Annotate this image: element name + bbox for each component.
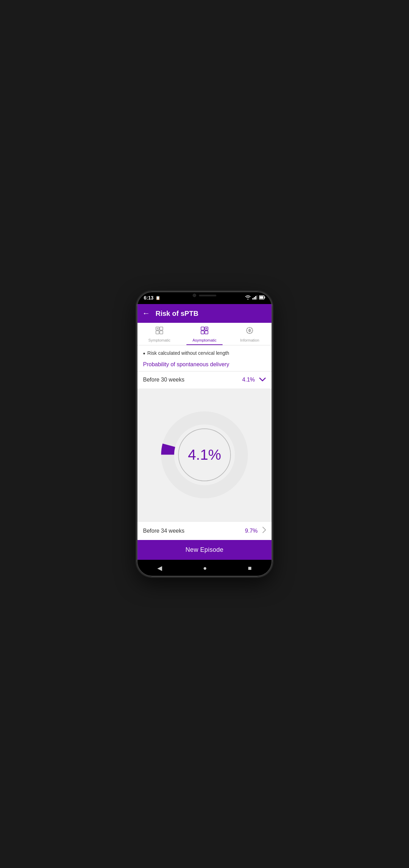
row-34-label: Before 34 weeks [143, 528, 245, 534]
new-episode-button[interactable]: New Episode [137, 540, 272, 560]
svg-rect-0 [252, 298, 253, 300]
wifi-icon [245, 295, 251, 301]
status-bar-left: 6:13 📋 [144, 295, 160, 301]
page-title: Risk of sPTB [156, 310, 198, 318]
phone-frame: 6:13 📋 [137, 292, 272, 576]
chart-area: 4.1% [137, 388, 272, 521]
tab-symptomatic-label: Symptomatic [148, 338, 170, 342]
battery-icon [259, 295, 265, 301]
camera-dot [193, 294, 196, 297]
svg-rect-10 [160, 331, 163, 334]
svg-rect-2 [255, 296, 256, 300]
row-34-chevron [262, 526, 266, 535]
probability-title: Probability of spontaneous delivery [143, 361, 266, 368]
tab-information[interactable]: Information [227, 323, 272, 345]
app-container: ← Risk of sPTB Symptomatic [137, 304, 272, 560]
bullet-item: • Risk calculated without cervical lengt… [143, 350, 266, 358]
row-before-34[interactable]: Before 34 weeks 9.7% [137, 521, 272, 540]
svg-rect-6 [260, 296, 264, 298]
nav-back-button[interactable]: ◀ [157, 564, 162, 572]
donut-percentage: 4.1% [188, 447, 221, 463]
symptomatic-icon [155, 326, 164, 337]
time-display: 6:13 [144, 295, 153, 301]
row-30-label: Before 30 weeks [143, 377, 242, 383]
nav-home-button[interactable]: ● [203, 565, 207, 572]
camera-notch [193, 294, 216, 297]
row-30-value: 4.1% [242, 377, 255, 383]
status-bar-right [245, 295, 265, 301]
donut-chart: 4.1% [161, 411, 248, 498]
bullet-text: Risk calculated without cervical length [147, 350, 229, 356]
signal-icon [252, 295, 257, 301]
nav-recent-button[interactable]: ■ [248, 565, 252, 572]
tab-symptomatic[interactable]: Symptomatic [137, 323, 182, 345]
row-30-chevron [259, 376, 266, 384]
svg-rect-13 [201, 327, 204, 330]
bullet-dot: • [143, 350, 145, 358]
sim-icon: 📋 [156, 296, 160, 300]
svg-rect-3 [257, 295, 257, 300]
tab-asymptomatic[interactable]: Asymptomatic [182, 323, 227, 345]
status-bar: 6:13 📋 [137, 292, 272, 304]
row-before-30[interactable]: Before 30 weeks 4.1% [137, 371, 272, 388]
app-header: ← Risk of sPTB [137, 304, 272, 323]
svg-rect-9 [156, 331, 159, 334]
asymptomatic-icon [200, 326, 209, 337]
svg-rect-5 [265, 296, 265, 298]
svg-rect-16 [205, 331, 208, 334]
tab-information-label: Information [240, 338, 259, 342]
tab-asymptomatic-label: Asymptomatic [192, 338, 216, 342]
svg-rect-8 [160, 327, 163, 330]
tab-bar: Symptomatic Asymptomatic [137, 323, 272, 345]
information-icon [245, 326, 254, 337]
svg-rect-1 [254, 297, 255, 300]
info-section: • Risk calculated without cervical lengt… [137, 345, 272, 371]
main-content: • Risk calculated without cervical lengt… [137, 345, 272, 560]
row-34-value: 9.7% [245, 528, 258, 534]
speaker-bar [199, 295, 216, 296]
nav-bar: ◀ ● ■ [137, 560, 272, 576]
svg-rect-15 [201, 331, 204, 334]
back-button[interactable]: ← [142, 309, 150, 318]
